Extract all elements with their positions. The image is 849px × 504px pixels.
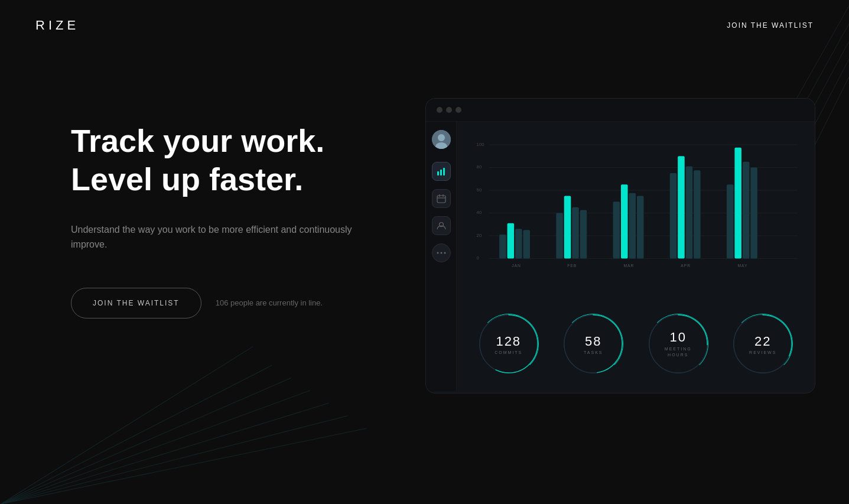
bar-chart: 100 80 60 40 20 0 — [471, 134, 801, 275]
svg-rect-46 — [580, 210, 587, 259]
svg-point-13 — [438, 134, 445, 141]
svg-rect-39 — [508, 223, 515, 259]
svg-text:100: 100 — [477, 142, 484, 147]
svg-text:APR: APR — [681, 264, 691, 268]
hero-section: Track your work. Level up faster. Unders… — [71, 98, 378, 318]
svg-rect-50 — [629, 193, 636, 259]
waitlist-cta-button[interactable]: JOIN THE WAITLIST — [71, 288, 201, 318]
svg-text:JAN: JAN — [512, 264, 521, 268]
svg-rect-41 — [523, 230, 531, 258]
hero-title: Track your work. Level up faster. — [71, 122, 378, 199]
svg-rect-48 — [613, 201, 620, 258]
svg-text:60: 60 — [477, 187, 482, 193]
svg-line-7 — [1, 378, 291, 504]
svg-rect-16 — [440, 170, 442, 175]
chart-area: 100 80 60 40 20 0 — [471, 134, 801, 297]
svg-text:20: 20 — [477, 233, 482, 238]
dashboard-window: 100 80 60 40 20 0 — [425, 98, 815, 394]
svg-rect-56 — [694, 170, 701, 258]
svg-text:MAY: MAY — [737, 264, 747, 268]
svg-rect-40 — [515, 229, 522, 258]
nav-waitlist-button[interactable]: JOIN THE WAITLIST — [727, 21, 814, 30]
svg-rect-45 — [572, 207, 579, 259]
logo: RIZE — [35, 18, 79, 33]
svg-rect-51 — [637, 196, 644, 259]
svg-text:MAR: MAR — [624, 264, 635, 268]
svg-rect-43 — [556, 213, 563, 258]
stat-tasks: 58 TASKS — [564, 314, 623, 373]
waitlist-count: 106 people are currently in line. — [216, 298, 323, 307]
sidebar-chart-icon[interactable] — [432, 162, 451, 181]
svg-rect-59 — [734, 148, 741, 259]
dashboard-sidebar — [426, 122, 457, 391]
svg-rect-44 — [564, 196, 571, 259]
stat-meeting-hours: 10 MEETINGHOURS — [649, 314, 708, 373]
svg-line-10 — [1, 416, 348, 504]
svg-rect-54 — [678, 156, 685, 258]
hero-subtitle: Understand the way you work to be more e… — [71, 222, 378, 252]
svg-line-9 — [1, 403, 329, 504]
svg-rect-58 — [727, 184, 734, 258]
window-titlebar — [426, 99, 815, 122]
svg-text:FEB: FEB — [567, 264, 577, 268]
dashboard-main: 100 80 60 40 20 0 — [457, 122, 815, 391]
svg-text:0: 0 — [477, 255, 479, 261]
header: RIZE JOIN THE WAITLIST — [0, 0, 849, 51]
dashboard-mockup: 100 80 60 40 20 0 — [425, 98, 815, 394]
stat-reviews: 22 REVIEWS — [733, 314, 792, 373]
window-dot-2 — [446, 107, 452, 113]
stat-commits: 128 COMMITS — [479, 314, 538, 373]
svg-rect-49 — [621, 184, 628, 258]
svg-rect-55 — [686, 167, 693, 259]
svg-text:40: 40 — [477, 210, 482, 215]
avatar — [432, 130, 451, 149]
dashboard-body: 100 80 60 40 20 0 — [426, 122, 815, 391]
sidebar-user-icon[interactable] — [432, 216, 451, 235]
svg-line-8 — [1, 391, 310, 504]
sidebar-more-icon[interactable] — [432, 243, 451, 262]
svg-rect-61 — [750, 167, 757, 258]
svg-point-23 — [437, 252, 438, 254]
sidebar-calendar-icon[interactable] — [432, 189, 451, 208]
window-dot-1 — [437, 107, 443, 113]
svg-rect-53 — [670, 173, 677, 258]
stats-row: 128 COMMITS 58 TASKS — [471, 308, 801, 379]
svg-rect-17 — [443, 168, 445, 175]
window-dot-3 — [456, 107, 461, 113]
svg-point-24 — [440, 252, 442, 254]
svg-rect-38 — [499, 235, 506, 258]
svg-point-25 — [444, 252, 445, 254]
cta-row: JOIN THE WAITLIST 106 people are current… — [71, 288, 378, 318]
svg-line-11 — [1, 428, 367, 504]
main-content: Track your work. Level up faster. Unders… — [0, 51, 849, 394]
svg-text:80: 80 — [477, 164, 482, 170]
svg-rect-18 — [437, 196, 445, 203]
svg-rect-15 — [437, 171, 439, 175]
svg-rect-60 — [743, 162, 750, 259]
